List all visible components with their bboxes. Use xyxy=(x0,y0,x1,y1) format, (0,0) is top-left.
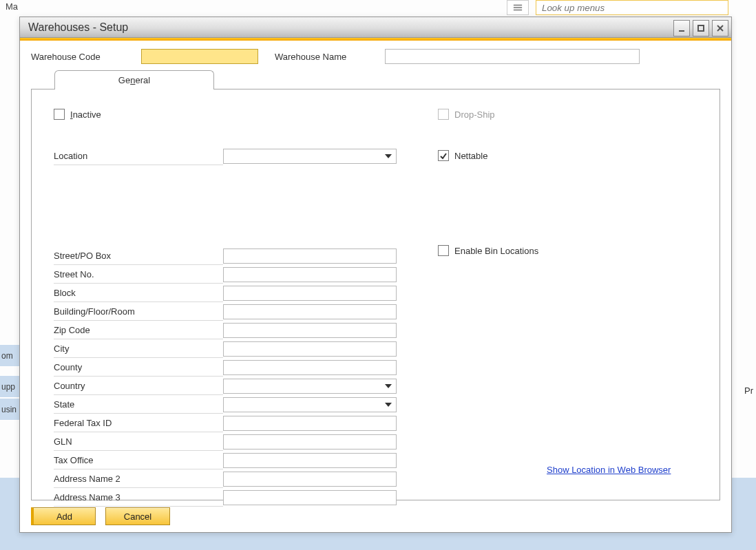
background-top: Ma xyxy=(0,0,756,17)
address-field-select[interactable] xyxy=(223,397,397,412)
warehouses-setup-window: Warehouses - Setup Warehouse Code Wareho… xyxy=(19,17,732,533)
bg-left-item: upp xyxy=(0,375,19,398)
warehouse-code-input[interactable] xyxy=(141,49,258,64)
menu-search-icon[interactable] xyxy=(507,0,529,15)
address-row: Street/PO Box xyxy=(54,247,439,266)
address-row: Address Name 2 xyxy=(54,470,439,489)
cancel-button[interactable]: Cancel xyxy=(105,507,170,525)
titlebar: Warehouses - Setup xyxy=(20,17,731,38)
window-title: Warehouses - Setup xyxy=(28,21,128,34)
address-row: County xyxy=(54,359,439,377)
warehouse-name-input[interactable] xyxy=(385,49,640,64)
address-field-input[interactable] xyxy=(223,267,397,282)
bg-left-item: om xyxy=(0,344,19,367)
inactive-label: Inactive xyxy=(70,109,101,120)
address-field-label: Zip Code xyxy=(54,321,223,339)
location-label: Location xyxy=(54,147,223,165)
nettable-label: Nettable xyxy=(454,151,487,161)
svg-rect-1 xyxy=(514,7,522,8)
address-field-label: Block xyxy=(54,284,223,302)
address-field-label: Country xyxy=(54,377,223,395)
address-field-input[interactable] xyxy=(223,286,397,301)
address-row: Federal Tax ID xyxy=(54,414,439,433)
warehouse-name-label: Warehouse Name xyxy=(275,52,385,62)
address-row: Zip Code xyxy=(54,321,439,340)
address-field-label: GLN xyxy=(54,433,223,451)
bg-truncated-text: Ma xyxy=(6,1,18,12)
warehouse-code-label: Warehouse Code xyxy=(31,52,141,62)
address-field-input[interactable] xyxy=(223,472,397,487)
svg-rect-2 xyxy=(514,10,522,11)
bg-right-text: Pr xyxy=(735,385,756,413)
lookup-menus-input[interactable] xyxy=(536,0,728,15)
address-row: City xyxy=(54,340,439,359)
svg-rect-4 xyxy=(698,25,704,31)
address-row: State xyxy=(54,396,439,414)
tab-general-label: General xyxy=(118,75,150,85)
show-location-link[interactable]: Show Location in Web Browser xyxy=(547,465,671,475)
address-field-input[interactable] xyxy=(223,434,397,449)
location-select[interactable] xyxy=(223,149,397,164)
minimize-button[interactable] xyxy=(673,20,690,36)
address-field-input[interactable] xyxy=(223,248,397,264)
address-field-label: Building/Floor/Room xyxy=(54,303,223,321)
chevron-down-icon xyxy=(385,403,392,407)
chevron-down-icon xyxy=(385,154,392,158)
address-field-label: City xyxy=(54,340,223,358)
drop-ship-label: Drop-Ship xyxy=(454,109,495,120)
address-field-select[interactable] xyxy=(223,379,397,394)
inactive-checkbox[interactable] xyxy=(54,109,65,120)
address-field-label: State xyxy=(54,396,223,414)
address-row: Block xyxy=(54,284,439,303)
address-field-label: Address Name 3 xyxy=(54,489,223,507)
tab-general[interactable]: General xyxy=(54,70,214,89)
tab-general-body: Inactive Location Street/PO BoxStreet No… xyxy=(31,89,720,500)
address-field-input[interactable] xyxy=(223,341,397,357)
address-field-input[interactable] xyxy=(223,304,397,319)
address-field-label: Street No. xyxy=(54,266,223,284)
address-field-input[interactable] xyxy=(223,360,397,375)
address-row: GLN xyxy=(54,433,439,452)
svg-rect-0 xyxy=(514,5,522,6)
enable-bin-locations-label: Enable Bin Locations xyxy=(454,246,538,256)
address-field-input[interactable] xyxy=(223,453,397,468)
enable-bin-locations-checkbox[interactable] xyxy=(438,245,449,256)
address-field-label: Address Name 2 xyxy=(54,470,223,488)
address-field-input[interactable] xyxy=(223,416,397,431)
address-field-label: Tax Office xyxy=(54,452,223,469)
maximize-button[interactable] xyxy=(693,20,709,36)
address-field-label: Federal Tax ID xyxy=(54,414,223,432)
close-button[interactable] xyxy=(712,20,728,36)
address-row: Tax Office xyxy=(54,452,439,470)
drop-ship-checkbox xyxy=(438,109,449,120)
address-row: Street No. xyxy=(54,266,439,284)
address-field-input[interactable] xyxy=(223,490,397,505)
chevron-down-icon xyxy=(385,384,392,388)
address-field-label: Street/PO Box xyxy=(54,247,223,265)
address-row: Address Name 3 xyxy=(54,489,439,507)
address-field-label: County xyxy=(54,359,223,377)
add-button[interactable]: Add xyxy=(31,507,96,525)
nettable-checkbox[interactable] xyxy=(438,150,449,161)
header-fields: Warehouse Code Warehouse Name xyxy=(20,41,731,70)
address-row: Building/Floor/Room xyxy=(54,303,439,321)
address-field-input[interactable] xyxy=(223,323,397,338)
address-row: Country xyxy=(54,377,439,396)
bg-left-item: usin xyxy=(0,398,19,421)
